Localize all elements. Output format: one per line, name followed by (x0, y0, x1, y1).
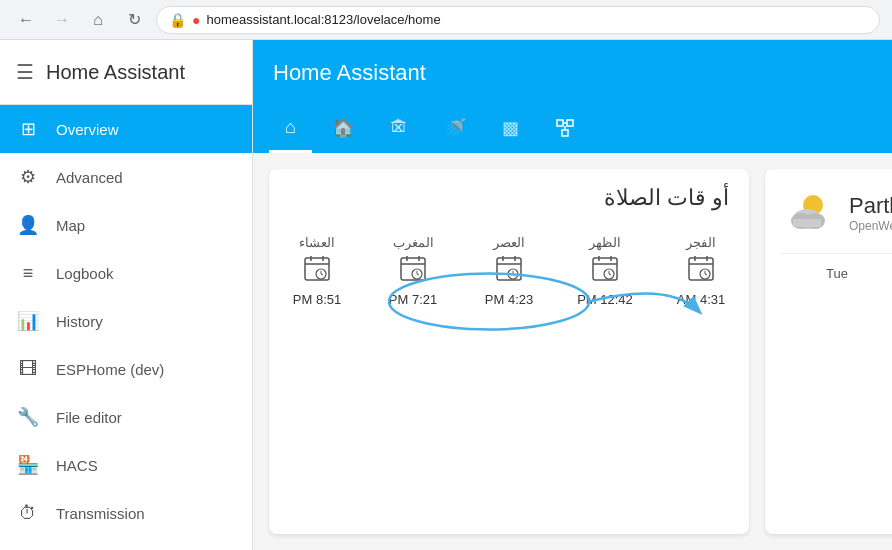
sidebar-item-map[interactable]: 👤Map (0, 201, 252, 249)
lock-icon: 🔒 (169, 12, 186, 28)
weather-condition: Partly cloudy (849, 193, 892, 219)
sidebar-item-file-editor[interactable]: 🔧File editor (0, 393, 252, 441)
prayer-time-value: 12:42 PM (577, 292, 633, 307)
weather-main: Partly cloudy OpenWeatherMap 27.1°C 28.6… (781, 185, 892, 241)
prayer-time-العشاء: العشاء 8:51 PM (269, 227, 365, 315)
svg-rect-45 (793, 219, 821, 227)
svg-rect-2 (562, 130, 568, 136)
sidebar-item-icon-esphome: 🎞 (16, 359, 40, 380)
prayer-title: أو قات الصلاة (289, 185, 729, 211)
prayer-name-label: العشاء (299, 235, 335, 250)
browser-chrome: ← → ⌂ ↻ 🔒 ● homeassistant.local:8123/lov… (0, 0, 892, 40)
tab-network[interactable] (539, 105, 591, 153)
prayer-time-value: 8:51 PM (293, 292, 341, 307)
tab-home2[interactable]: 🏠 (316, 105, 370, 153)
weather-day-tue: Tue (781, 262, 892, 285)
sidebar-item-icon-hacs: 🏪 (16, 454, 40, 476)
tab-home[interactable]: ⌂ (269, 105, 312, 153)
reload-button[interactable]: ↻ (120, 6, 148, 34)
main-content: Home Assistant ⌂ 🏠 🏚 🚿 ▩ (253, 40, 892, 550)
sidebar-item-icon-overview: ⊞ (16, 118, 40, 140)
sidebar-item-history[interactable]: 📊History (0, 297, 252, 345)
sidebar-header: ☰ Home Assistant (0, 40, 252, 105)
content-area: أو قات الصلاة الفجر 4:31 AMالظهر 12:42 P… (253, 153, 892, 550)
prayer-time-value: 4:31 AM (677, 292, 725, 307)
prayer-time-الفجر: الفجر 4:31 AM (653, 227, 749, 315)
sidebar-item-label-file-editor: File editor (56, 409, 122, 426)
main-header: Home Assistant (253, 40, 892, 105)
prayer-times-card: أو قات الصلاة الفجر 4:31 AMالظهر 12:42 P… (269, 169, 749, 534)
sidebar-item-label-hacs: HACS (56, 457, 98, 474)
sidebar-item-label-transmission: Transmission (56, 505, 145, 522)
weather-info: Partly cloudy OpenWeatherMap (849, 193, 892, 233)
url-text: homeassistant.local:8123/lovelace/home (206, 12, 440, 27)
sidebar-item-label-history: History (56, 313, 103, 330)
sidebar-item-icon-logbook: ≡ (16, 263, 40, 284)
prayer-name-label: الفجر (686, 235, 716, 250)
sidebar-menu-icon[interactable]: ☰ (16, 60, 34, 84)
favicon: ● (192, 12, 200, 28)
prayer-name-label: العصر (493, 235, 525, 250)
tab-bath[interactable]: 🚿 (428, 105, 482, 153)
prayer-time-العصر: العصر 4:23 PM (461, 227, 557, 315)
sidebar-title: Home Assistant (46, 61, 185, 84)
prayer-header: أو قات الصلاة (269, 169, 749, 219)
back-button[interactable]: ← (12, 6, 40, 34)
sidebar-item-label-overview: Overview (56, 121, 119, 138)
prayer-time-value: 4:23 PM (485, 292, 533, 307)
tab-monitor[interactable]: ▩ (486, 105, 535, 153)
prayer-times-grid: الفجر 4:31 AMالظهر 12:42 PMالعصر 4:23 PM… (269, 219, 749, 331)
prayer-time-الظهر: الظهر 12:42 PM (557, 227, 653, 315)
sidebar-item-label-map: Map (56, 217, 85, 234)
sidebar-item-icon-file-editor: 🔧 (16, 406, 40, 428)
tab-building[interactable]: 🏚 (374, 105, 424, 153)
app-layout: ☰ Home Assistant ⊞Overview⚙Advanced👤Map≡… (0, 40, 892, 550)
sidebar-item-icon-history: 📊 (16, 310, 40, 332)
main-header-title: Home Assistant (273, 60, 426, 86)
sidebar: ☰ Home Assistant ⊞Overview⚙Advanced👤Map≡… (0, 40, 253, 550)
sidebar-item-icon-map: 👤 (16, 214, 40, 236)
svg-rect-0 (557, 120, 563, 126)
sidebar-item-logbook[interactable]: ≡Logbook (0, 249, 252, 297)
tab-bar: ⌂ 🏠 🏚 🚿 ▩ (253, 105, 892, 153)
sidebar-items-container: ⊞Overview⚙Advanced👤Map≡Logbook📊History🎞E… (0, 105, 252, 537)
sidebar-item-label-esphome: ESPHome (dev) (56, 361, 164, 378)
prayer-calendar-icon (591, 254, 619, 288)
sidebar-item-hacs[interactable]: 🏪HACS (0, 441, 252, 489)
sidebar-item-transmission[interactable]: ⏱Transmission (0, 489, 252, 537)
weather-days: TueWedThuSat (781, 253, 892, 285)
network-icon (555, 118, 575, 138)
weather-source: OpenWeatherMap (849, 219, 892, 233)
prayer-calendar-icon (687, 254, 715, 288)
prayer-name-label: الظهر (589, 235, 621, 250)
svg-rect-1 (567, 120, 573, 126)
sidebar-item-icon-advanced: ⚙ (16, 166, 40, 188)
prayer-time-value: 7:21 PM (389, 292, 437, 307)
forward-button[interactable]: → (48, 6, 76, 34)
sidebar-item-label-logbook: Logbook (56, 265, 114, 282)
prayer-time-المغرب: المغرب 7:21 PM (365, 227, 461, 315)
sidebar-item-overview[interactable]: ⊞Overview (0, 105, 252, 153)
weather-card: Partly cloudy OpenWeatherMap 27.1°C 28.6… (765, 169, 892, 534)
sidebar-item-icon-transmission: ⏱ (16, 503, 40, 524)
address-bar[interactable]: 🔒 ● homeassistant.local:8123/lovelace/ho… (156, 6, 880, 34)
sidebar-item-label-advanced: Advanced (56, 169, 123, 186)
home-button[interactable]: ⌂ (84, 6, 112, 34)
sidebar-item-advanced[interactable]: ⚙Advanced (0, 153, 252, 201)
prayer-calendar-icon (303, 254, 331, 288)
prayer-calendar-icon (495, 254, 523, 288)
prayer-name-label: المغرب (393, 235, 434, 250)
prayer-calendar-icon (399, 254, 427, 288)
weather-icon (781, 185, 837, 241)
sidebar-item-esphome[interactable]: 🎞ESPHome (dev) (0, 345, 252, 393)
